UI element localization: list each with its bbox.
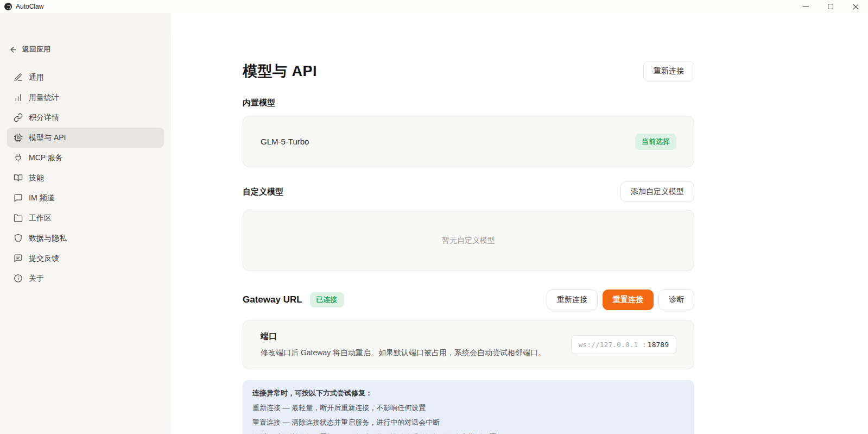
link-icon <box>14 113 23 122</box>
sidebar-item-im-channels[interactable]: IM 频道 <box>7 188 164 208</box>
reconnect-top-button[interactable]: 重新连接 <box>643 61 694 81</box>
feedback-icon <box>14 254 23 263</box>
sidebar-item-mcp[interactable]: MCP 服务 <box>7 148 164 168</box>
app-title: AutoClaw <box>16 3 43 10</box>
shield-icon <box>14 234 23 243</box>
port-card: 端口 修改端口后 Gateway 将自动重启。如果默认端口被占用，系统会自动尝试… <box>243 320 694 369</box>
connected-status-badge: 已连接 <box>310 292 344 307</box>
port-url-prefix: ws://127.0.0.1 : <box>579 341 647 349</box>
minimize-button[interactable] <box>793 0 818 13</box>
close-button[interactable] <box>843 0 868 13</box>
sidebar-item-workspace[interactable]: 工作区 <box>7 208 164 228</box>
info-icon <box>14 274 23 283</box>
pencil-icon <box>14 73 23 82</box>
sidebar-item-usage[interactable]: 用量统计 <box>7 87 164 108</box>
sidebar-item-label: 用量统计 <box>29 93 59 103</box>
gateway-url-title: Gateway URL <box>243 294 302 305</box>
bar-chart-icon <box>14 93 23 102</box>
maximize-icon <box>828 4 833 9</box>
page-title: 模型与 API <box>243 61 317 81</box>
custom-models-heading: 自定义模型 <box>243 187 283 197</box>
sidebar-item-label: IM 频道 <box>29 193 54 203</box>
port-description: 修改端口后 Gateway 将自动重启。如果默认端口被占用，系统会自动尝试相邻端… <box>261 348 546 358</box>
titlebar-left: AutoClaw <box>0 3 43 10</box>
main-panel: 模型与 API 重新连接 内置模型 GLM-5-Turbo 当前选择 自定义模型… <box>171 13 868 434</box>
settings-sidebar: 返回应用 通用 用量统计 积分详情 模型与 API <box>0 13 171 434</box>
port-title: 端口 <box>261 331 546 342</box>
folder-icon <box>14 213 23 223</box>
port-value: 18789 <box>648 341 669 349</box>
port-input[interactable]: ws://127.0.0.1 : 18789 <box>571 335 676 354</box>
sidebar-item-label: 积分详情 <box>29 113 59 123</box>
builtin-model-card: GLM-5-Turbo 当前选择 <box>243 116 694 167</box>
port-card-text: 端口 修改端口后 Gateway 将自动重启。如果默认端口被占用，系统会自动尝试… <box>261 331 546 358</box>
close-icon <box>853 4 859 10</box>
plug-icon <box>14 153 23 162</box>
app-logo-icon <box>4 3 12 10</box>
help-line-reconnect: 重新连接 — 最轻量，断开后重新连接，不影响任何设置 <box>252 403 685 413</box>
sidebar-item-label: 技能 <box>29 173 44 183</box>
sidebar-item-feedback[interactable]: 提交反馈 <box>7 248 164 268</box>
sidebar-item-label: 模型与 API <box>29 133 66 143</box>
back-to-app-button[interactable]: 返回应用 <box>9 45 162 54</box>
sidebar-item-models-api[interactable]: 模型与 API <box>7 128 164 148</box>
model-name: GLM-5-Turbo <box>261 137 309 146</box>
sidebar-item-skills[interactable]: 技能 <box>7 168 164 188</box>
builtin-models-heading: 内置模型 <box>243 98 694 108</box>
sidebar-item-credits[interactable]: 积分详情 <box>7 108 164 128</box>
chat-icon <box>14 193 23 203</box>
connection-help-box: 连接异常时，可按以下方式尝试修复： 重新连接 — 最轻量，断开后重新连接，不影响… <box>243 380 694 434</box>
gateway-reset-button[interactable]: 重置连接 <box>603 290 654 310</box>
cpu-icon <box>14 133 23 142</box>
minimize-icon <box>803 7 809 7</box>
sidebar-nav: 通用 用量统计 积分详情 模型与 API MCP 服务 <box>7 67 164 288</box>
sidebar-item-label: 提交反馈 <box>29 254 59 263</box>
sidebar-item-general[interactable]: 通用 <box>7 67 164 87</box>
sidebar-item-label: 工作区 <box>29 213 52 223</box>
book-icon <box>14 173 23 183</box>
custom-models-empty-card: 暂无自定义模型 <box>243 210 694 271</box>
help-title: 连接异常时，可按以下方式尝试修复： <box>252 388 685 398</box>
sidebar-item-privacy[interactable]: 数据与隐私 <box>7 228 164 248</box>
sidebar-item-label: MCP 服务 <box>29 153 63 163</box>
window-controls <box>793 0 868 13</box>
arrow-left-icon <box>9 46 17 54</box>
titlebar: AutoClaw <box>0 0 868 13</box>
sidebar-item-label: 通用 <box>29 73 44 83</box>
sidebar-item-about[interactable]: 关于 <box>7 268 164 288</box>
add-custom-model-button[interactable]: 添加自定义模型 <box>620 181 694 202</box>
help-line-reset: 重置连接 — 清除连接状态并重启服务，进行中的对话会中断 <box>252 418 685 427</box>
empty-state-text: 暂无自定义模型 <box>442 236 495 246</box>
sidebar-item-label: 关于 <box>29 274 44 284</box>
gateway-reconnect-button[interactable]: 重新连接 <box>547 290 598 310</box>
gateway-diagnose-button[interactable]: 诊断 <box>658 290 694 310</box>
back-label: 返回应用 <box>22 45 50 54</box>
current-selection-badge: 当前选择 <box>635 134 676 150</box>
maximize-button[interactable] <box>818 0 843 13</box>
app-window: AutoClaw 返回应用 通用 用量统计 <box>0 0 868 434</box>
sidebar-item-label: 数据与隐私 <box>29 234 67 243</box>
